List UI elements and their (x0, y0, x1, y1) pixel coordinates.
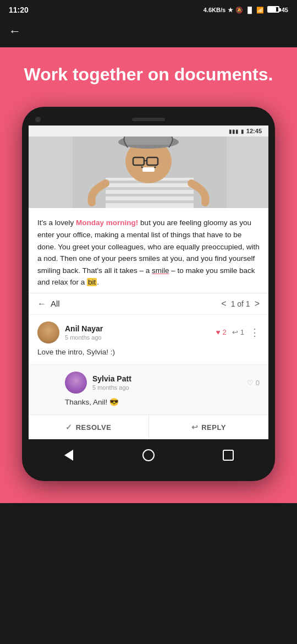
hero-section: Work together on documents. (0, 47, 297, 107)
article-image (29, 137, 268, 208)
front-camera (35, 117, 41, 122)
article-body: It's a lovely Monday morning! but you ar… (29, 208, 268, 293)
article-smile-link[interactable]: smile (152, 266, 169, 275)
phone-battery-icon: ▮ (241, 128, 244, 134)
phone-mockup: ▮▮▮ ▮ 12:45 (22, 107, 275, 481)
network-speed: 4.6KB/s (204, 7, 226, 13)
like-button-anil[interactable]: ♥ 2 (216, 328, 227, 336)
reply-text-sylvia: Thanks, Anil! 😎 (65, 397, 260, 408)
like-button-sylvia[interactable]: ♡ 0 (247, 379, 260, 387)
article-bit-highlight: bit (87, 278, 97, 286)
more-options-anil[interactable]: ⋮ (250, 326, 260, 339)
reply-label: REPLY (201, 423, 226, 432)
reply-inner: Sylvia Patt 5 months ago ♡ 0 Thanks, Ani… (65, 372, 260, 408)
action-bar: ✓ RESOLVE ↩ REPLY (29, 414, 268, 439)
reply-time-sylvia: 5 months ago (92, 384, 131, 391)
reply-user-meta: Sylvia Patt 5 months ago (92, 374, 131, 391)
comment-text-anil: Love the intro, Sylvia! :) (37, 347, 260, 358)
back-nav-icon (64, 450, 73, 461)
avatar-sylvia-image (65, 372, 87, 394)
phone-top-bar (29, 113, 268, 125)
sensor (256, 117, 262, 122)
battery-wrapper (266, 6, 279, 14)
recents-nav-button[interactable] (220, 447, 237, 463)
phone-bottom-nav (29, 439, 268, 474)
reply-count-anil: ↩ 1 (232, 328, 244, 336)
check-icon: ✓ (65, 423, 73, 432)
speaker (132, 118, 165, 121)
back-nav-button[interactable] (61, 447, 77, 463)
svg-rect-5 (106, 194, 194, 197)
reply-user-info: Sylvia Patt 5 months ago (65, 372, 131, 394)
comments-back-arrow[interactable]: ← (37, 299, 46, 309)
comment-user-meta: Anil Nayar 5 months ago (65, 324, 103, 341)
page-indicator: 1 of 1 (231, 299, 250, 308)
phone-inner-status: ▮▮▮ ▮ 12:45 (29, 125, 268, 137)
bottom-area (0, 503, 297, 547)
alarm-icon: 🔕 (235, 7, 243, 14)
avatar-anil-image (37, 321, 59, 343)
status-icons: 4.6KB/s ★ 🔕 ▐▌ 📶 45 (204, 6, 288, 14)
comments-pagination: < 1 of 1 > (221, 299, 260, 309)
back-button[interactable]: ← (9, 24, 21, 39)
phone-screen: It's a lovely Monday morning! but you ar… (29, 137, 268, 439)
hero-title: Work together on documents. (11, 64, 286, 85)
reply-actions-sylvia: ♡ 0 (247, 379, 260, 387)
svg-rect-4 (106, 187, 194, 190)
reply-item: Sylvia Patt 5 months ago ♡ 0 Thanks, Ani… (29, 364, 268, 414)
avatar-sylvia (65, 372, 87, 394)
reply-name-sylvia: Sylvia Patt (92, 374, 131, 383)
signal-icon: ▐▌ (245, 7, 254, 13)
article-illustration (29, 137, 268, 208)
resolve-label: RESOLVE (76, 423, 112, 432)
status-bar: 11:20 4.6KB/s ★ 🔕 ▐▌ 📶 45 (0, 0, 297, 20)
phone-wrapper: ▮▮▮ ▮ 12:45 (0, 107, 297, 503)
reply-header: Sylvia Patt 5 months ago ♡ 0 (65, 372, 260, 394)
resolve-button[interactable]: ✓ RESOLVE (29, 415, 149, 439)
phone-time: 12:45 (246, 128, 262, 134)
prev-page-button[interactable]: < (221, 299, 226, 309)
svg-rect-14 (125, 137, 172, 145)
comments-all-label[interactable]: All (51, 299, 60, 308)
status-time: 11:20 (9, 6, 29, 14)
avatar-anil (37, 321, 59, 343)
article-highlight-monday: Monday morning! (76, 219, 138, 227)
home-nav-icon (142, 449, 155, 461)
home-nav-button[interactable] (140, 447, 157, 463)
comment-header: Anil Nayar 5 months ago ♥ 2 ↩ 1 ⋮ (37, 321, 260, 343)
comment-actions-anil: ♥ 2 ↩ 1 ⋮ (216, 326, 260, 339)
comment-name-anil: Anil Nayar (65, 324, 103, 333)
battery-percent: 45 (282, 7, 288, 13)
next-page-button[interactable]: > (255, 299, 260, 309)
comment-time-anil: 5 months ago (65, 334, 103, 341)
reply-button[interactable]: ↩ REPLY (149, 415, 269, 439)
article-text-2: but you are feeling gloomy as you enter … (37, 219, 260, 286)
top-nav: ← (0, 20, 297, 47)
reply-icon: ↩ (191, 423, 199, 432)
comment-item: Anil Nayar 5 months ago ♥ 2 ↩ 1 ⋮ Love t… (29, 314, 268, 364)
recents-nav-icon (223, 450, 234, 461)
bluetooth-icon: ★ (228, 7, 233, 14)
battery-icon (267, 6, 279, 13)
comments-nav-left: ← All (37, 299, 60, 309)
comments-nav: ← All < 1 of 1 > (29, 293, 268, 314)
svg-rect-6 (106, 200, 194, 203)
phone-signal-icon: ▮▮▮ (229, 128, 239, 134)
svg-rect-12 (142, 167, 155, 172)
wifi-icon: 📶 (256, 7, 264, 14)
article-text-1: It's a lovely (37, 219, 76, 227)
comment-user-info: Anil Nayar 5 months ago (37, 321, 103, 343)
